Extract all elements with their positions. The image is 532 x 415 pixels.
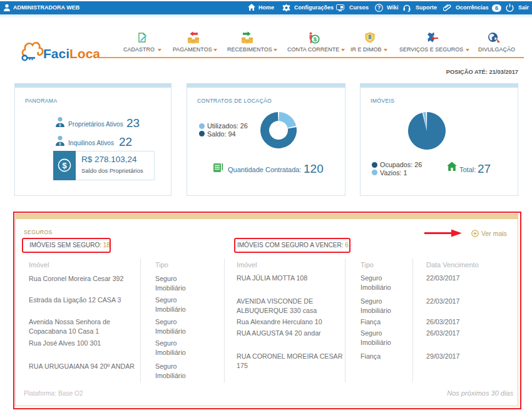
svg-text:$: $ [62, 161, 67, 170]
svg-text:$: $ [314, 36, 317, 43]
svg-text:?: ? [377, 4, 381, 11]
